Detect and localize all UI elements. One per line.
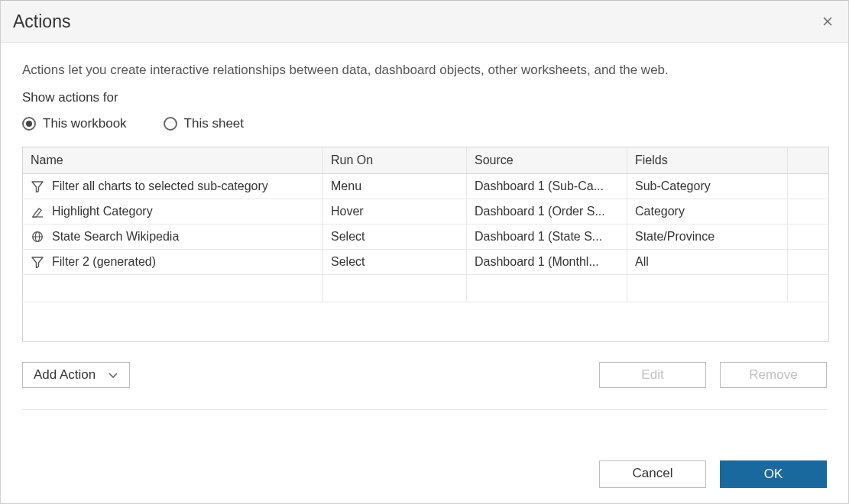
table-row[interactable]: Filter all charts to selected sub-catego… [23,174,829,199]
col-header-pad [788,147,829,174]
cell-source: Dashboard 1 (Monthl... [467,250,627,275]
cell-source: Dashboard 1 (Sub-Ca... [467,174,627,199]
radio-this-sheet[interactable]: This sheet [164,116,244,131]
filter-icon [31,256,44,268]
col-header-name[interactable]: Name [23,147,323,174]
action-name: Highlight Category [52,205,153,218]
chevron-down-icon [108,370,118,380]
highlight-icon [31,205,44,218]
add-action-label: Add Action [34,367,96,383]
radio-indicator [164,117,177,131]
cell-run_on: Hover [323,199,467,225]
cell-fields: All [627,250,788,275]
cell-run_on: Menu [323,174,467,199]
filter-icon [31,180,44,192]
actions-table: Name Run On Source Fields Filter all cha… [22,147,829,342]
col-header-run-on[interactable]: Run On [323,147,467,174]
action-buttons-row: Add Action Edit Remove [22,362,827,388]
col-header-source[interactable]: Source [467,147,627,174]
cell-source: Dashboard 1 (State S... [467,225,627,250]
titlebar: Actions [1,1,848,43]
table-header-row: Name Run On Source Fields [23,147,829,174]
edit-button[interactable]: Edit [599,362,706,388]
radio-this-workbook[interactable]: This workbook [22,116,127,131]
cell-fields: Category [627,199,788,225]
table-row[interactable]: Filter 2 (generated)SelectDashboard 1 (M… [23,250,829,275]
table-row[interactable]: Highlight CategoryHoverDashboard 1 (Orde… [23,199,829,225]
action-name: Filter 2 (generated) [52,255,156,269]
radio-label: This sheet [184,116,244,131]
scope-radio-group: This workbook This sheet [22,116,827,131]
action-name: State Search Wikipedia [52,230,179,244]
dialog-description: Actions let you create interactive relat… [22,63,827,78]
show-actions-label: Show actions for [22,90,827,105]
dialog-footer: Cancel OK [1,450,848,503]
radio-label: This workbook [43,116,127,131]
cell-pad [788,250,829,275]
cell-run_on: Select [323,225,467,250]
cell-pad [788,225,829,250]
globe-icon [31,231,44,243]
cell-fields: State/Province [627,225,788,250]
table-row-empty [23,275,829,302]
cell-run_on: Select [323,250,467,275]
cell-source: Dashboard 1 (Order S... [467,199,627,225]
name-cell: Filter 2 (generated) [31,255,315,269]
dialog-title: Actions [13,11,70,32]
actions-dialog: Actions Actions let you create interacti… [0,0,849,504]
dialog-body: Actions let you create interactive relat… [1,43,848,450]
ok-button[interactable]: OK [720,460,827,488]
table-row[interactable]: State Search WikipediaSelectDashboard 1 … [23,225,829,250]
name-cell: Filter all charts to selected sub-catego… [31,179,315,193]
cell-fields: Sub-Category [627,174,788,199]
table-filler [23,302,829,342]
add-action-dropdown[interactable]: Add Action [22,362,130,388]
radio-indicator [22,117,36,131]
close-icon[interactable] [819,13,836,30]
edit-remove-group: Edit Remove [599,362,827,388]
name-cell: State Search Wikipedia [31,230,315,244]
cancel-button[interactable]: Cancel [599,460,706,488]
remove-button[interactable]: Remove [720,362,827,388]
footer-separator [22,409,827,410]
name-cell: Highlight Category [31,205,315,218]
action-name: Filter all charts to selected sub-catego… [52,179,268,193]
col-header-fields[interactable]: Fields [627,147,788,174]
cell-pad [788,174,829,199]
cell-pad [788,199,829,225]
